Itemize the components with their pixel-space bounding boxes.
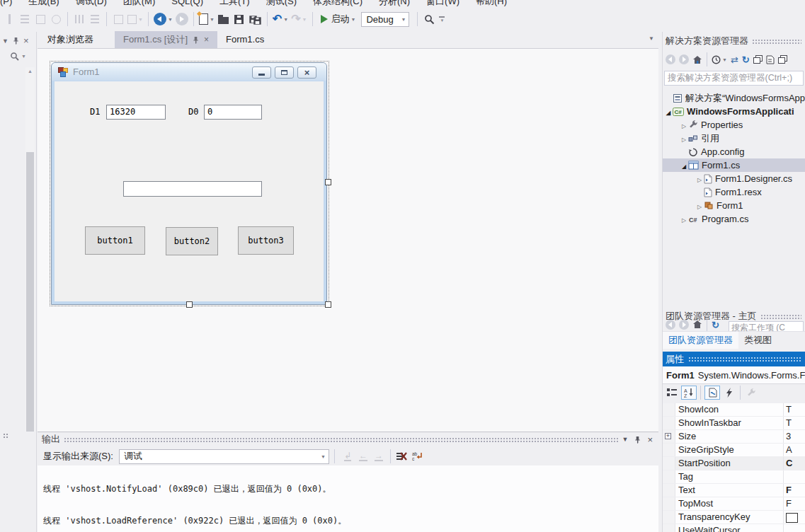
tab-team-explorer[interactable]: 团队资源管理器	[663, 332, 738, 349]
save-all-button[interactable]	[249, 11, 262, 28]
property-row[interactable]: SizeGripStyleA	[663, 444, 805, 457]
expander-icon[interactable]	[680, 120, 688, 130]
properties-view-icon[interactable]	[704, 386, 720, 400]
property-row[interactable]: TextF	[663, 484, 805, 497]
solution-explorer-header[interactable]: 解决方案资源管理器	[663, 34, 805, 48]
menu-item-test[interactable]: 测试(S)	[266, 0, 297, 7]
property-row[interactable]: ShowInTaskbarT	[663, 417, 805, 430]
undo-button[interactable]	[273, 11, 288, 28]
tree-item-form1-resx[interactable]: Form1.resx	[663, 185, 805, 199]
navigate-forward-button[interactable]	[176, 11, 188, 28]
sync-icon[interactable]	[731, 54, 738, 65]
vertical-scrollbar[interactable]	[25, 67, 35, 432]
properties-window-icon[interactable]	[778, 55, 787, 64]
property-row[interactable]: StartPositionC	[663, 457, 805, 470]
new-file-button[interactable]	[199, 11, 215, 28]
menu-item-sql[interactable]: SQL(Q)	[171, 0, 203, 6]
refresh-icon[interactable]	[742, 54, 750, 65]
pending-changes-clock-icon[interactable]	[712, 55, 721, 64]
property-row[interactable]: TopMostF	[663, 497, 805, 511]
tree-item-form1-designer[interactable]: Form1.Designer.cs	[663, 172, 805, 185]
property-row[interactable]: TransparencyKey	[663, 511, 805, 524]
categorized-icon[interactable]	[665, 386, 679, 400]
tree-item-form1cs[interactable]: Form1.cs	[663, 158, 805, 172]
collapse-all-icon[interactable]	[753, 55, 763, 64]
output-source-combobox[interactable]: 调试	[119, 449, 329, 464]
menu-item-tools[interactable]: 工具(T)	[219, 0, 250, 7]
document-list-dropdown-icon[interactable]	[649, 35, 654, 42]
resize-handle-corner[interactable]	[325, 301, 331, 308]
tree-item-properties[interactable]: Properties	[663, 118, 805, 132]
align-icon[interactable]	[3, 11, 16, 28]
form1-design-window[interactable]: Form1 D1 16320 D0 0 button1 button2 butt…	[51, 62, 327, 305]
maximize-button[interactable]	[275, 66, 294, 79]
property-row[interactable]: Size3	[663, 430, 805, 444]
previous-message-icon[interactable]	[356, 449, 370, 463]
property-row[interactable]: ShowIconT	[663, 403, 805, 417]
expander-icon[interactable]	[695, 173, 704, 184]
properties-header[interactable]: 属性	[663, 352, 805, 366]
forward-icon[interactable]	[679, 54, 689, 64]
expander-icon[interactable]	[680, 133, 688, 144]
open-file-button[interactable]	[217, 11, 230, 28]
clear-all-icon[interactable]	[395, 449, 409, 463]
scroll-up-arrow-icon[interactable]	[25, 69, 35, 74]
menu-item-architecture[interactable]: 体系结构(C)	[313, 0, 362, 7]
close-icon[interactable]	[23, 35, 29, 46]
close-icon[interactable]	[204, 31, 209, 48]
space-horizontal-icon[interactable]	[73, 11, 86, 28]
output-text[interactable]: 线程 'vshost.NotifyLoad' (0x89c0) 已退出，返回值为…	[38, 466, 658, 532]
expander-icon[interactable]	[695, 200, 704, 211]
expander-icon[interactable]	[680, 160, 688, 170]
minimize-button[interactable]	[252, 66, 271, 79]
property-row[interactable]: UseWaitCursor	[663, 524, 805, 532]
scrollbar-thumb[interactable]	[26, 152, 34, 432]
tree-item-programcs[interactable]: C# Program.cs	[663, 212, 805, 226]
expander-icon[interactable]	[664, 106, 673, 117]
navigate-back-button[interactable]	[154, 11, 173, 28]
menu-item-team[interactable]: 团队(M)	[123, 0, 156, 7]
button1[interactable]: button1	[85, 226, 145, 255]
tree-item-appconfig[interactable]: App.config	[663, 145, 805, 158]
pin-icon[interactable]	[634, 436, 641, 444]
pin-icon[interactable]	[193, 36, 199, 44]
property-row[interactable]: Tag	[663, 470, 805, 484]
tree-item-project[interactable]: C# WindowsFormsApplicati	[663, 105, 805, 118]
find-in-files-button[interactable]	[423, 11, 435, 28]
configuration-combobox[interactable]: Debug	[361, 12, 409, 27]
textbox-d1[interactable]: 16320	[106, 105, 166, 120]
center-icon[interactable]	[18, 11, 31, 28]
next-message-icon[interactable]	[372, 449, 386, 463]
home-icon[interactable]	[692, 320, 702, 329]
close-icon[interactable]	[647, 434, 653, 445]
button2[interactable]: button2	[166, 227, 218, 255]
show-all-files-icon[interactable]	[766, 55, 775, 64]
space-vertical-icon[interactable]	[89, 11, 101, 28]
redo-button[interactable]	[291, 11, 307, 28]
resize-icon[interactable]	[34, 11, 47, 28]
tab-object-browser[interactable]: 对象浏览器	[39, 31, 102, 48]
window-menu-icon[interactable]	[2, 37, 8, 45]
forward-icon[interactable]	[679, 320, 689, 330]
goto-message-icon[interactable]	[341, 449, 355, 463]
menu-item-analyze[interactable]: 分析(N)	[379, 0, 410, 7]
properties-object-combobox[interactable]: Form1 System.Windows.Forms.Fo	[663, 366, 805, 384]
expand-icon[interactable]	[665, 433, 671, 439]
close-button[interactable]	[297, 66, 316, 79]
menu-item-debug[interactable]: 调试(D)	[76, 0, 107, 7]
color-swatch[interactable]	[786, 513, 798, 523]
tab-class-view[interactable]: 类视图	[738, 332, 777, 349]
tree-item-references[interactable]: 引用	[663, 132, 805, 145]
textbox-d0[interactable]: 0	[204, 105, 262, 120]
save-button[interactable]	[233, 11, 246, 28]
alphabetical-sort-icon[interactable]: AZ	[681, 386, 697, 400]
refresh-icon[interactable]	[712, 320, 719, 330]
resize-handle-right[interactable]	[325, 179, 331, 185]
events-lightning-icon[interactable]	[722, 386, 736, 400]
pin-icon[interactable]	[13, 37, 19, 45]
textbox-result[interactable]	[123, 181, 262, 197]
tree-item-solution[interactable]: 解决方案“WindowsFormsApp	[663, 91, 805, 105]
toolbar-overflow-button[interactable]	[439, 16, 445, 23]
size-grid-icon[interactable]	[127, 11, 143, 28]
back-icon[interactable]	[666, 320, 675, 330]
